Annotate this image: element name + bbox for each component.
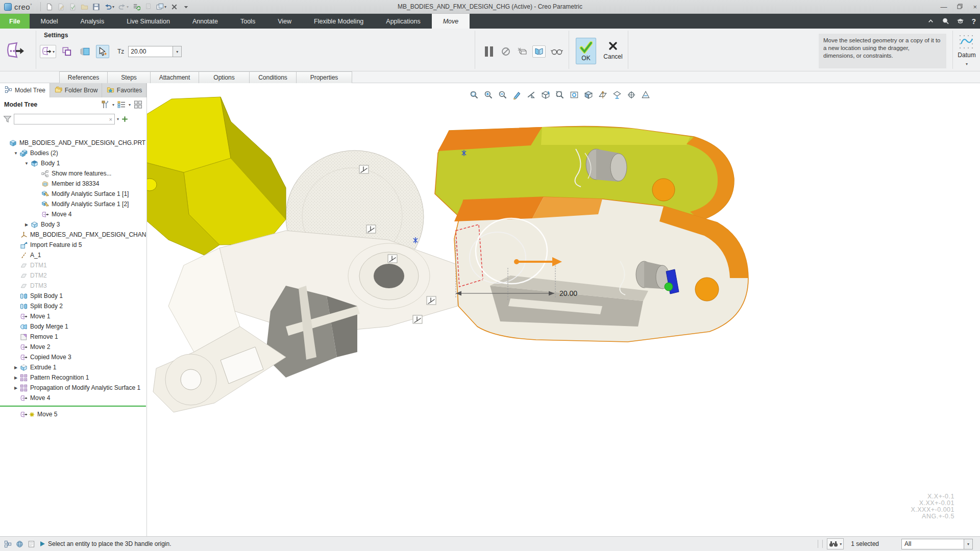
search-tool-dropdown[interactable]: ▾ xyxy=(840,542,842,546)
move-type-dropdown[interactable]: ▾ xyxy=(53,49,55,54)
tree-item[interactable]: Modify Analytic Surface 1 [2] xyxy=(0,199,146,209)
message-log-icon[interactable] xyxy=(28,540,35,548)
save-button[interactable] xyxy=(91,2,102,12)
use-3d-dragger-button[interactable] xyxy=(96,45,109,58)
tree-item[interactable]: Move 4 xyxy=(0,209,146,219)
tree-item[interactable]: ▶Pattern Recognition 1 xyxy=(0,372,146,383)
tab-model[interactable]: Model xyxy=(30,14,69,29)
tree-item[interactable]: MB_BODIES_AND_FMX_DESIGN_CHG.PRT xyxy=(0,138,146,148)
3d-model-canvas[interactable]: 20.00 xyxy=(147,83,980,536)
insert-here-indicator[interactable] xyxy=(0,403,146,409)
preview-feature-button[interactable] xyxy=(532,45,546,58)
tree-item[interactable]: Move 4 xyxy=(0,393,146,403)
tz-dropdown[interactable]: ▾ xyxy=(173,46,182,57)
attach-geometry-button[interactable] xyxy=(78,45,92,58)
tab-tools[interactable]: Tools xyxy=(229,14,266,29)
tree-item[interactable]: Remove 1 xyxy=(0,332,146,342)
expand-right-icon[interactable]: ▶ xyxy=(12,365,20,370)
tree-columns-icon[interactable] xyxy=(134,101,142,109)
yellow-body[interactable] xyxy=(147,97,286,255)
tab-annotate[interactable]: Annotate xyxy=(181,14,229,29)
tab-move[interactable]: Move xyxy=(432,14,470,29)
selection-filter-combo[interactable]: All ▾ xyxy=(901,539,973,549)
tree-item[interactable]: Move 1 xyxy=(0,311,146,321)
3d-glasses-button[interactable] xyxy=(549,46,565,57)
tree-item[interactable]: ▶Body 3 xyxy=(0,219,146,230)
learning-connector-icon[interactable] xyxy=(957,17,964,25)
tab-view[interactable]: View xyxy=(266,14,303,29)
tree-tools-icon[interactable] xyxy=(101,101,109,109)
minimize-button[interactable]: — xyxy=(940,4,947,10)
restore-button[interactable] xyxy=(957,4,963,10)
panel-tab-properties[interactable]: Properties xyxy=(296,71,352,83)
tab-file[interactable]: File xyxy=(0,14,30,29)
tab-live-simulation[interactable]: Live Simulation xyxy=(115,14,181,29)
tz-value-input[interactable] xyxy=(128,46,173,57)
web-browser-icon[interactable] xyxy=(16,540,23,548)
filter-icon[interactable] xyxy=(3,115,12,123)
tree-item[interactable]: Split Body 1 xyxy=(0,291,146,301)
panel-tab-steps[interactable]: Steps xyxy=(107,71,151,83)
tree-item[interactable]: Modify Analytic Surface 1 [1] xyxy=(0,189,146,199)
tab-flexible-modeling[interactable]: Flexible Modeling xyxy=(303,14,375,29)
tab-analysis[interactable]: Analysis xyxy=(69,14,116,29)
tree-item[interactable]: DTM1 xyxy=(0,260,146,270)
model-tree-toggle-icon[interactable] xyxy=(4,540,12,548)
datum-group[interactable]: Datum ▾ xyxy=(955,34,978,66)
tree-item[interactable]: Import Feature id 5 xyxy=(0,240,146,250)
copy-geometry-button[interactable] xyxy=(60,45,74,58)
expand-right-icon[interactable]: ▶ xyxy=(22,222,31,227)
command-search-icon[interactable] xyxy=(942,17,949,25)
tree-item[interactable]: Move 5 xyxy=(0,409,146,419)
navigator-tab-folder-brow[interactable]: Folder Brow xyxy=(50,83,102,97)
close-button[interactable]: × xyxy=(973,4,977,10)
tree-item[interactable]: DTM3 xyxy=(0,281,146,291)
tree-item[interactable]: DTM2 xyxy=(0,270,146,281)
selection-filter-dropdown[interactable]: ▾ xyxy=(964,539,972,549)
tree-item[interactable]: MB_BODIES_AND_FMX_DESIGN_CHANGE xyxy=(0,230,146,240)
tree-search-input[interactable] xyxy=(14,114,107,124)
tree-item[interactable]: Member id 38334 xyxy=(0,179,146,189)
dimension-value[interactable]: 20.00 xyxy=(559,289,577,297)
regenerate-button[interactable] xyxy=(131,2,142,12)
move-type-button[interactable]: ▾ xyxy=(40,45,56,58)
moved-arm-body[interactable] xyxy=(454,197,748,342)
clear-search-icon[interactable]: × xyxy=(107,116,114,122)
search-tool-button[interactable]: ▾ xyxy=(827,538,844,549)
datum-dropdown[interactable]: ▾ xyxy=(966,62,968,66)
expand-right-icon[interactable]: ▶ xyxy=(12,386,20,390)
green-reference-dot[interactable] xyxy=(665,283,673,291)
ok-button[interactable]: OK xyxy=(576,38,596,64)
tree-item[interactable]: A_1 xyxy=(0,250,146,260)
expand-down-icon[interactable]: ▼ xyxy=(22,161,31,166)
tab-applications[interactable]: Applications xyxy=(375,14,431,29)
filter-dropdown[interactable]: ▾ xyxy=(117,117,119,121)
expand-right-icon[interactable]: ▶ xyxy=(12,375,20,380)
panel-tab-references[interactable]: References xyxy=(59,71,108,83)
tree-item[interactable]: ▼Bodies (2) xyxy=(0,148,146,158)
pause-button[interactable] xyxy=(482,44,496,59)
tree-item[interactable]: Split Body 2 xyxy=(0,301,146,311)
undo-dropdown[interactable]: ▾ xyxy=(112,5,114,9)
tree-item[interactable]: Body Merge 1 xyxy=(0,321,146,332)
verify-button[interactable] xyxy=(516,45,529,58)
panel-tab-options[interactable]: Options xyxy=(199,71,250,83)
close-window-button[interactable] xyxy=(169,2,180,12)
no-preview-button[interactable] xyxy=(500,45,512,58)
tree-item[interactable]: Copied Move 3 xyxy=(0,352,146,362)
tree-item[interactable]: Show more features... xyxy=(0,168,146,179)
quickbar-customize-button[interactable] xyxy=(181,2,191,12)
tree-display-icon[interactable] xyxy=(117,101,126,109)
tree-tools-dropdown[interactable]: ▾ xyxy=(112,103,114,107)
tree-item[interactable]: ▼Body 1 xyxy=(0,158,146,168)
navigator-tab-model-tree[interactable]: Model Tree xyxy=(0,83,50,97)
panel-tab-conditions[interactable]: Conditions xyxy=(249,71,297,83)
tree-item[interactable]: Move 2 xyxy=(0,342,146,352)
tree-item[interactable]: ▶Extrude 1 xyxy=(0,362,146,372)
expand-down-icon[interactable]: ▼ xyxy=(12,151,20,156)
window-arrange-dropdown[interactable]: ▾ xyxy=(164,5,166,9)
panel-tab-attachment[interactable]: Attachment xyxy=(150,71,199,83)
undo-button[interactable]: ▾ xyxy=(103,2,116,12)
cancel-button[interactable]: Cancel xyxy=(601,38,625,62)
navigator-tab-favorites[interactable]: Favorites xyxy=(102,83,146,97)
